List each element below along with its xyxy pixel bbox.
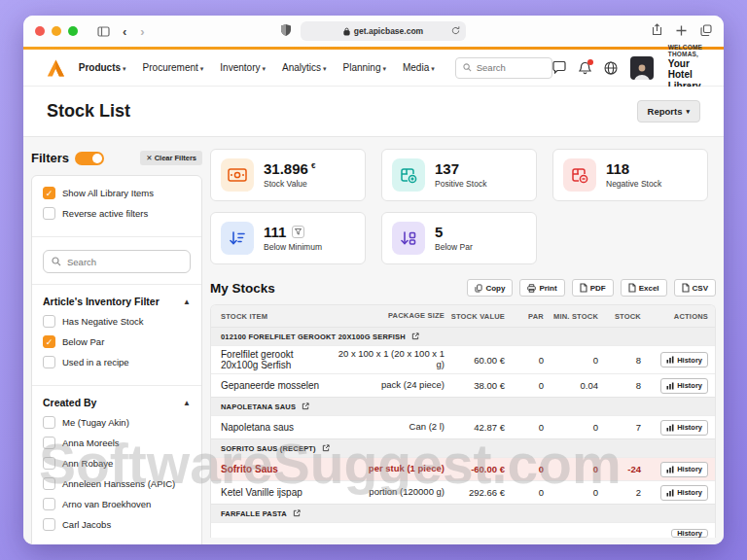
filter-creator[interactable]: ✓ Anna Moreels [43, 437, 191, 449]
checkbox[interactable]: ✓ [43, 457, 55, 470]
checkbox[interactable]: ✓ [43, 518, 55, 531]
filters-toggle[interactable] [75, 152, 104, 165]
checkbox[interactable]: ✓ [43, 207, 55, 220]
print-button[interactable]: Print [519, 279, 564, 297]
user-avatar[interactable] [630, 56, 654, 80]
filter-creator[interactable]: ✓ Anneleen Hanssens (APIC) [43, 477, 191, 490]
collapse-icon[interactable]: ▲ [183, 399, 191, 407]
language-globe-icon[interactable] [604, 61, 618, 75]
history-button[interactable]: History [671, 529, 708, 538]
nav-item-procurement[interactable]: Procurement▾ [143, 62, 204, 73]
table-row[interactable]: Gepaneerde mosselen pack (24 piece) 38.0… [211, 373, 715, 397]
global-search-field[interactable] [455, 57, 552, 79]
table-row[interactable]: Napoletana saus Can (2 l) 42.87 € 0 0 7 … [211, 415, 715, 438]
checkbox[interactable]: ✓ [43, 437, 55, 449]
created-by-header[interactable]: Created By ▲ [43, 397, 191, 408]
external-link-icon[interactable] [411, 332, 419, 340]
collapse-icon[interactable]: ▲ [183, 298, 191, 306]
reports-button[interactable]: Reports▾ [637, 100, 700, 122]
close-window-button[interactable] [35, 26, 45, 36]
filters-panel: ✓ Show All Library Items ✓ Reverse activ… [31, 175, 202, 544]
lock-icon [343, 27, 350, 36]
new-tab-icon[interactable] [676, 22, 687, 40]
history-button[interactable]: History [660, 485, 708, 501]
account-menu[interactable]: WELCOME THOMAS, Your Hotel Library [668, 44, 708, 91]
nav-item-analytics[interactable]: Analytics▾ [282, 62, 327, 73]
pdf-button[interactable]: PDF [572, 279, 614, 297]
external-link-icon[interactable] [322, 444, 330, 452]
stat-card-stock-value: 31.896€ Stock Value [210, 149, 366, 201]
box-plus-icon [392, 158, 425, 192]
external-link-icon[interactable] [302, 402, 309, 410]
copy-button[interactable]: Copy [467, 279, 513, 297]
filter-creator[interactable]: ✓ Carl Jacobs [43, 518, 191, 531]
history-button[interactable]: History [660, 378, 708, 394]
section-inventory-filter: Article's Inventory Filter ▲ ✓ Has Negat… [32, 284, 201, 385]
filter-creator[interactable]: ✓ Arno van Broekhoven [43, 498, 191, 510]
checkbox[interactable]: ✓ [43, 416, 55, 429]
filter-reverse-active-filters[interactable]: ✓ Reverse active filters [43, 207, 191, 220]
address-bar[interactable]: get.apicbase.com [301, 21, 466, 41]
filter-used-in-recipe[interactable]: ✓ Used in a recipe [43, 356, 191, 368]
checkbox[interactable]: ✓ [43, 187, 55, 199]
filter-has-negative-stock[interactable]: ✓ Has Negative Stock [43, 315, 191, 328]
filter-funnel-icon[interactable] [292, 226, 304, 238]
filter-show-all-library-items[interactable]: ✓ Show All Library Items [43, 187, 191, 199]
table-header-row: STOCK ITEM PACKAGE SIZE STOCK VALUE PAR … [211, 305, 715, 327]
browser-toolbar: ‹ › get.apicbase.com [23, 16, 724, 47]
global-search-input[interactable] [477, 62, 545, 73]
notifications-bell-icon[interactable] [579, 61, 591, 75]
csv-button[interactable]: CSV [674, 279, 716, 297]
history-button[interactable]: History [660, 352, 708, 368]
window-controls[interactable] [35, 26, 78, 36]
checkbox[interactable]: ✓ [43, 498, 55, 510]
stat-card-below-par: 5 Below Par [381, 212, 537, 264]
filter-creator[interactable]: ✓ Ann Robaye [43, 457, 191, 470]
privacy-shield-icon[interactable] [281, 22, 291, 40]
table-row[interactable]: Ketel Vanille ijspap portion (120000 g) … [211, 480, 715, 504]
inventory-filter-header[interactable]: Article's Inventory Filter ▲ [43, 296, 191, 307]
checkbox[interactable]: ✓ [43, 356, 55, 368]
checkbox[interactable]: ✓ [43, 477, 55, 490]
forward-icon[interactable]: › [140, 24, 144, 39]
checkbox[interactable]: ✓ [43, 335, 55, 348]
history-button[interactable]: History [660, 420, 708, 436]
file-icon [580, 283, 587, 293]
back-icon[interactable]: ‹ [123, 24, 126, 39]
chart-icon [666, 489, 674, 497]
chart-icon [666, 382, 674, 390]
content-area: Filters ✕ Clear Filters ✓ Show All Libra… [23, 137, 724, 544]
chart-icon [666, 356, 674, 364]
filter-search-field[interactable] [43, 250, 191, 273]
nav-item-planning[interactable]: Planning▾ [343, 62, 386, 73]
table-row-partial[interactable]: History [211, 522, 715, 538]
stat-card-below-minimum: 111 Below Minimum [210, 212, 366, 264]
reload-icon[interactable] [451, 26, 460, 37]
nav-item-media[interactable]: Media▾ [403, 62, 435, 73]
group-row: FARFALLE PASTA [211, 504, 715, 522]
minimize-window-button[interactable] [52, 26, 61, 36]
chart-icon [666, 466, 674, 473]
group-row: NAPOLETANA SAUS [211, 397, 715, 415]
nav-item-products[interactable]: Products▾ [79, 62, 126, 73]
filter-below-par[interactable]: ✓ Below Par [43, 335, 191, 348]
page-header: Stock List Reports▾ [23, 87, 724, 137]
sidebar-toggle-icon[interactable] [97, 26, 110, 37]
tab-overview-icon[interactable] [700, 22, 712, 40]
history-button[interactable]: History [660, 462, 708, 477]
zoom-window-button[interactable] [68, 26, 78, 36]
nav-item-inventory[interactable]: Inventory▾ [220, 62, 266, 73]
stocks-table: STOCK ITEM PACKAGE SIZE STOCK VALUE PAR … [210, 304, 716, 538]
clear-filters-button[interactable]: ✕ Clear Filters [140, 151, 202, 165]
share-icon[interactable] [652, 22, 662, 40]
table-row[interactable]: Forelfilet gerookt 20x100g Serfish 20 x … [211, 345, 715, 373]
apicbase-logo[interactable] [47, 56, 65, 80]
filter-search-input[interactable] [67, 257, 174, 267]
filter-creator-me[interactable]: ✓ Me (Tugay Akin) [43, 416, 191, 429]
page-title: Stock List [47, 101, 130, 122]
external-link-icon[interactable] [293, 509, 301, 517]
checkbox[interactable]: ✓ [43, 315, 55, 328]
messages-icon[interactable] [552, 61, 566, 74]
excel-button[interactable]: Excel [621, 279, 667, 297]
table-row-negative[interactable]: Sofrito Saus per stuk (1 piece) -60.00 €… [211, 457, 715, 480]
